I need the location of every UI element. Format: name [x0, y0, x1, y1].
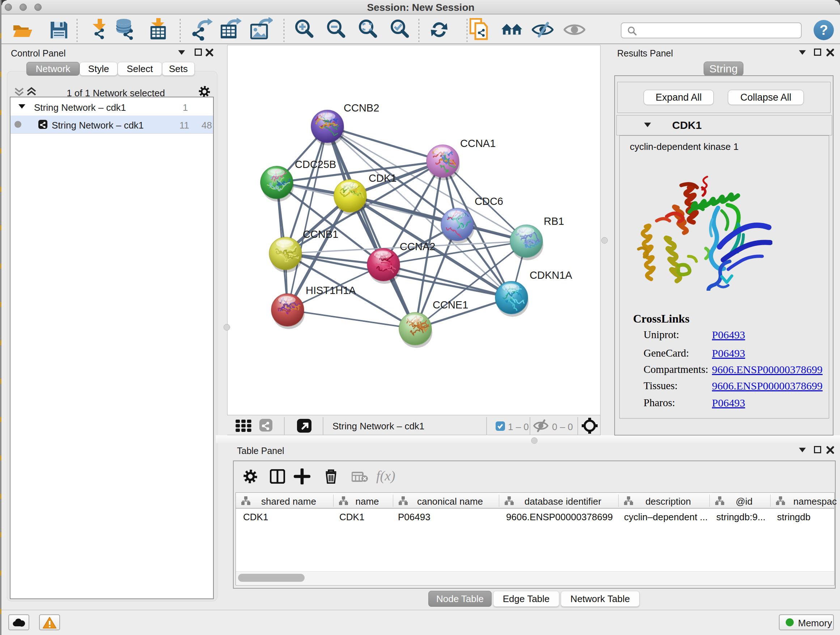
svg-text:CCNE1: CCNE1 — [433, 299, 468, 310]
svg-text:CCNA2: CCNA2 — [400, 241, 435, 252]
svg-text:CDKN1A: CDKN1A — [530, 269, 572, 281]
svg-text:CDK1: CDK1 — [369, 172, 396, 184]
svg-text:CCNB2: CCNB2 — [344, 102, 379, 114]
svg-text:HIST1H1A: HIST1H1A — [306, 285, 356, 296]
svg-text:CDC6: CDC6 — [475, 195, 503, 207]
svg-text:CCNB1: CCNB1 — [303, 228, 338, 240]
svg-text:CCNA1: CCNA1 — [460, 138, 496, 149]
svg-text:RB1: RB1 — [544, 215, 564, 227]
svg-text:CDC25B: CDC25B — [295, 158, 336, 170]
